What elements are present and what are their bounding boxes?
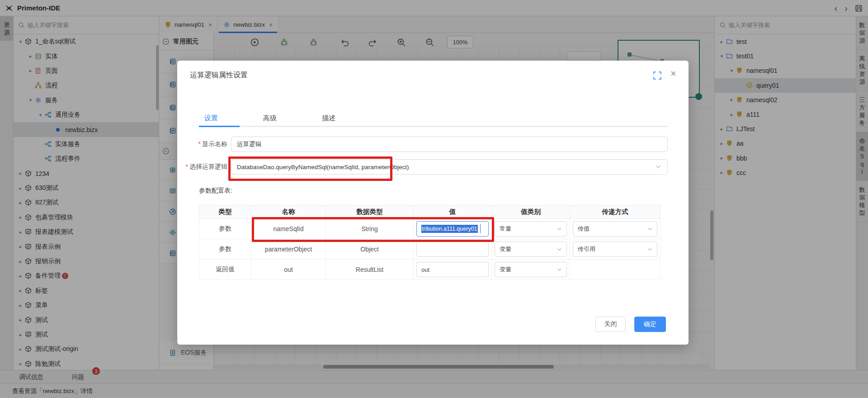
- cell-data_type: Object: [326, 239, 414, 260]
- value-kind-select[interactable]: 变量: [495, 262, 567, 277]
- table-header-数据类型: 数据类型: [326, 205, 414, 219]
- chevron-down-icon: [557, 268, 562, 271]
- value-input[interactable]: [416, 242, 489, 257]
- close-icon[interactable]: ×: [670, 68, 676, 80]
- chevron-down-icon: [656, 165, 661, 169]
- display-name-input[interactable]: 运算逻辑: [231, 137, 668, 152]
- value-kind-select[interactable]: 变量: [495, 242, 567, 257]
- ok-button[interactable]: 确定: [634, 317, 666, 332]
- display-name-value: 运算逻辑: [237, 140, 261, 148]
- value-text: out: [421, 266, 429, 273]
- select-value: 变量: [500, 245, 511, 253]
- select-value: 变量: [500, 265, 511, 274]
- dialog-tab-设置[interactable]: 设置: [199, 111, 223, 127]
- selected-text: tribution.a111.query01: [421, 225, 478, 233]
- cell-data_type: String: [326, 219, 414, 239]
- cell-value: out: [414, 260, 492, 280]
- fullscreen-icon[interactable]: [653, 71, 661, 80]
- tab-ink-bar: [199, 126, 240, 127]
- pass-mode-select[interactable]: 传引用: [573, 242, 657, 257]
- text-cursor: [480, 224, 481, 233]
- table-header-类型: 类型: [199, 205, 251, 219]
- cell-value: tribution.a111.query01: [414, 219, 492, 239]
- select-value: 传值: [578, 225, 590, 233]
- cell-value-kind: 变量: [492, 260, 570, 280]
- logic-select-value: DatabaseDao.queryByNamedSql(nameSqlId, p…: [237, 164, 409, 171]
- table-row: 参数parameterObjectObject变量传引用: [199, 239, 660, 260]
- value-input[interactable]: tribution.a111.query01: [416, 221, 489, 237]
- select-value: 常量: [500, 225, 511, 233]
- dialog-title: 运算逻辑属性设置: [190, 71, 248, 80]
- param-table: 类型名称数据类型值值类别传递方式参数nameSqlIdStringtributi…: [199, 205, 660, 280]
- cell-value: [414, 239, 492, 260]
- chevron-down-icon: [647, 227, 652, 231]
- table-header-名称: 名称: [251, 205, 326, 219]
- table-header-值类别: 值类别: [492, 205, 570, 219]
- cell-value-kind: 变量: [492, 239, 570, 260]
- table-row: 参数nameSqlIdStringtribution.a111.query01常…: [199, 219, 660, 239]
- cell-type: 参数: [199, 239, 251, 260]
- select-value: 传引用: [578, 245, 595, 253]
- param-table-title: 参数配置表:: [199, 187, 232, 195]
- table-header-传递方式: 传递方式: [570, 205, 660, 219]
- value-kind-select[interactable]: 常量: [495, 221, 567, 237]
- field-label-display-name: *显示名称: [160, 140, 227, 148]
- logic-properties-dialog: 运算逻辑属性设置 × 设置高级描述 *显示名称 运算逻辑 *选择运算逻辑 Dat…: [177, 61, 689, 345]
- cell-name: nameSqlId: [251, 219, 326, 239]
- dialog-tabs: 设置高级描述: [199, 111, 341, 127]
- field-label-select-logic: *选择运算逻辑: [160, 163, 227, 171]
- chevron-down-icon: [647, 248, 652, 251]
- dialog-tab-描述[interactable]: 描述: [316, 111, 341, 127]
- table-row: 返回值outResultListout变量: [199, 260, 660, 280]
- cell-type: 参数: [199, 219, 251, 239]
- value-input[interactable]: out: [416, 262, 489, 277]
- cell-data_type: ResultList: [326, 260, 414, 280]
- cell-type: 返回值: [199, 260, 251, 280]
- logic-select[interactable]: DatabaseDao.queryByNamedSql(nameSqlId, p…: [231, 159, 668, 175]
- pass-mode-select[interactable]: 传值: [573, 221, 657, 237]
- chevron-down-icon: [557, 248, 562, 251]
- chevron-down-icon: [557, 227, 562, 231]
- cell-name: parameterObject: [251, 239, 326, 260]
- cell-pass-mode: 传引用: [570, 239, 660, 260]
- tab-track: [199, 126, 668, 127]
- table-header-值: 值: [414, 205, 492, 219]
- dialog-tab-高级[interactable]: 高级: [258, 111, 282, 127]
- cell-name: out: [251, 260, 326, 280]
- cell-pass-mode: [570, 260, 660, 280]
- close-button[interactable]: 关闭: [595, 317, 626, 332]
- cell-pass-mode: 传值: [570, 219, 660, 239]
- cell-value-kind: 常量: [492, 219, 570, 239]
